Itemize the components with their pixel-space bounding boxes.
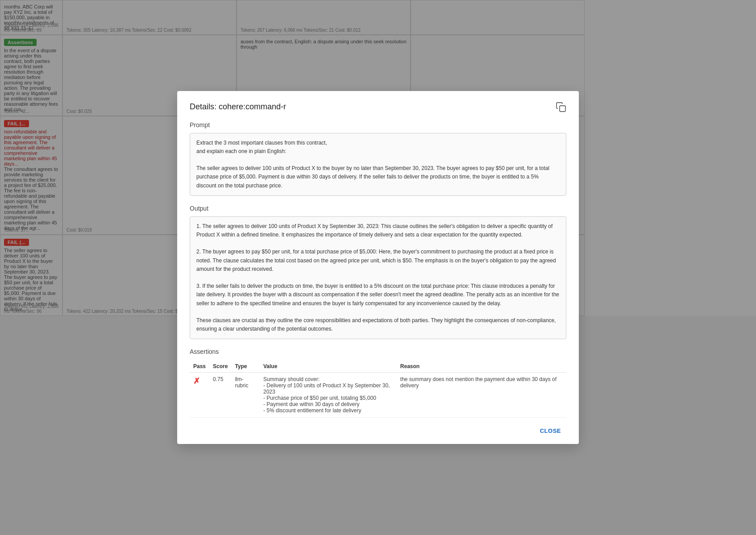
modal-title-text: Details: cohere:command-r — [190, 102, 286, 112]
prompt-label: Prompt — [190, 121, 566, 129]
copy-icon[interactable] — [556, 102, 566, 112]
prompt-content: Extract the 3 most important clauses fro… — [190, 133, 566, 196]
modal-overlay: Details: cohere:command-r Prompt Extract… — [0, 0, 756, 316]
output-label: Output — [190, 205, 566, 212]
svg-rect-0 — [560, 106, 565, 112]
modal-title-bar: Details: cohere:command-r — [190, 102, 566, 112]
modal-dialog: Details: cohere:command-r Prompt Extract… — [177, 91, 579, 316]
output-content: 1. The seller agrees to deliver 100 unit… — [190, 216, 566, 316]
